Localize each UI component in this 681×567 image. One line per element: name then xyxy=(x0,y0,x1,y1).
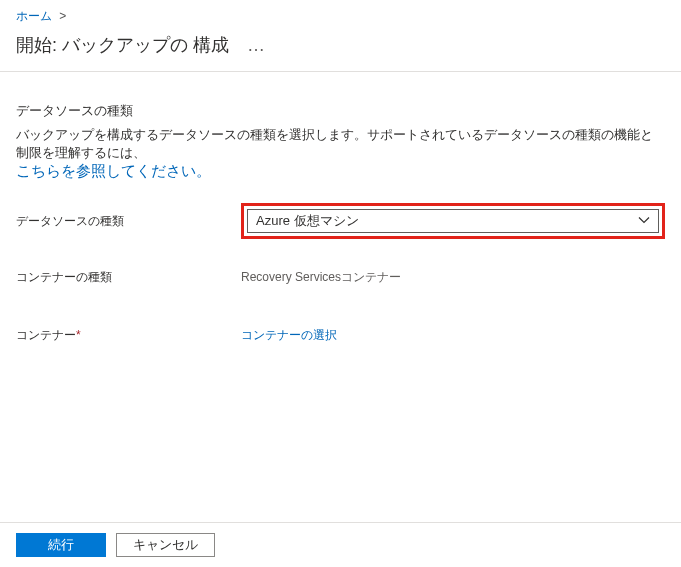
container-type-value: Recovery Servicesコンテナー xyxy=(241,269,665,286)
more-actions-icon[interactable]: … xyxy=(247,35,266,56)
datasource-type-select[interactable]: Azure 仮想マシン xyxy=(247,209,659,233)
container-row: コンテナー* コンテナーの選択 xyxy=(0,321,681,349)
documentation-link[interactable]: こちらを参照してください。 xyxy=(16,162,211,179)
section-header: データソースの種類 xyxy=(16,102,665,120)
section-description: バックアップを構成するデータソースの種類を選択します。サポートされているデータソ… xyxy=(16,126,665,181)
datasource-type-label: データソースの種類 xyxy=(16,213,241,230)
datasource-field-row: データソースの種類 Azure 仮想マシン xyxy=(0,203,681,239)
container-type-label: コンテナーの種類 xyxy=(16,269,241,286)
page-title-row: 開始: バックアップの 構成 … xyxy=(0,29,681,71)
chevron-down-icon xyxy=(638,214,650,229)
breadcrumb: ホーム > xyxy=(0,0,681,29)
page-title: 開始: バックアップの 構成 xyxy=(16,33,229,57)
container-select-link[interactable]: コンテナーの選択 xyxy=(241,327,337,344)
datasource-highlight-box: Azure 仮想マシン xyxy=(241,203,665,239)
datasource-selected-value: Azure 仮想マシン xyxy=(256,212,359,230)
datasource-section: データソースの種類 バックアップを構成するデータソースの種類を選択します。サポー… xyxy=(0,72,681,181)
required-indicator: * xyxy=(76,328,81,342)
continue-button[interactable]: 続行 xyxy=(16,533,106,557)
container-label: コンテナー* xyxy=(16,327,241,344)
cancel-button[interactable]: キャンセル xyxy=(116,533,215,557)
breadcrumb-separator: > xyxy=(59,9,66,23)
breadcrumb-home-link[interactable]: ホーム xyxy=(16,9,52,23)
footer-bar: 続行 キャンセル xyxy=(0,522,681,567)
section-description-text: バックアップを構成するデータソースの種類を選択します。サポートされているデータソ… xyxy=(16,127,653,160)
container-type-row: コンテナーの種類 Recovery Servicesコンテナー xyxy=(0,263,681,291)
container-label-text: コンテナー xyxy=(16,328,76,342)
